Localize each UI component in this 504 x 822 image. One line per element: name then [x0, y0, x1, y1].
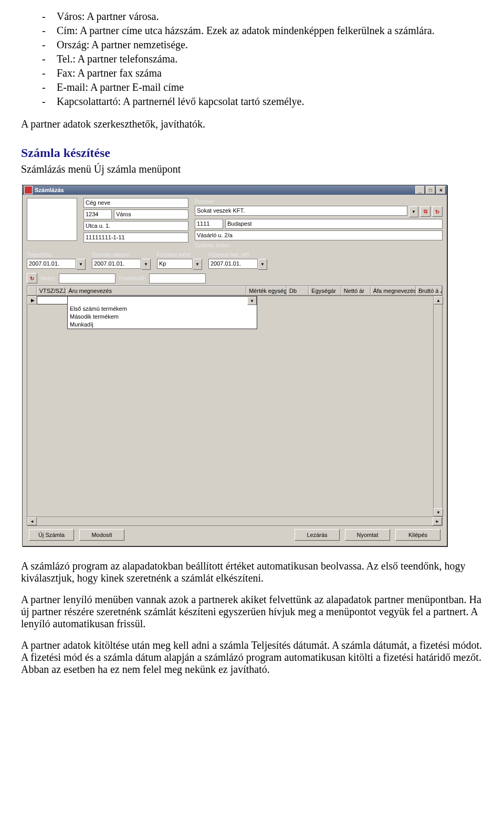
company-name-input[interactable]: Cég neve [83, 198, 188, 208]
bullet-list: -Város: A partner városa. -Cím: A partne… [42, 10, 483, 108]
grid-body[interactable]: ▶ ▼ Első számú termékem Második termékem… [27, 296, 442, 517]
list-item: Cím: A partner címe utca házszám. Ezek a… [57, 25, 435, 37]
list-item: Kapcsolattartó: A partnernél lévő kapcso… [57, 96, 304, 108]
list-item: Város: A partner városa. [57, 10, 159, 23]
grid-header-vtsz[interactable]: VTSZ/SZJ [37, 286, 66, 296]
szamla-datum-label: Számla dátum: [92, 251, 151, 258]
lezaras-button[interactable]: Lezárás [295, 529, 340, 541]
window-title: Számlázás [35, 187, 64, 193]
fizetesi-mod-select[interactable]: Kp [157, 259, 193, 269]
fizetendo-input[interactable] [149, 273, 206, 283]
scroll-up-button[interactable]: ▲ [434, 296, 443, 304]
horizontal-scrollbar[interactable]: ◄ ► [27, 517, 442, 525]
paragraph: A partner lenyíló menüben vannak azok a … [21, 594, 483, 630]
partner-name-select[interactable]: Sokat veszek KFT. [195, 206, 407, 216]
partner-refresh-icon[interactable]: ↻ [432, 206, 443, 217]
teljesites-date-input[interactable]: 2007.01.01. [27, 259, 76, 269]
scroll-right-button[interactable]: ► [433, 517, 442, 525]
close-button[interactable]: × [436, 186, 446, 194]
grid-header-megnevezes[interactable]: Áru megnevezés [66, 286, 246, 296]
vertical-scrollbar[interactable]: ▲ ▼ [433, 296, 442, 517]
list-item: E-mail: A partner E-mail címe [57, 81, 184, 93]
grid-cell-vtsz-input[interactable] [37, 296, 68, 304]
sort-asc-icon: ▲ [439, 289, 442, 294]
refresh-totals-icon[interactable]: ↻ [27, 273, 37, 283]
grid-header-netto[interactable]: Nettó ár [341, 286, 371, 296]
minimize-button[interactable]: _ [415, 186, 425, 194]
teljesites-label: Teljesítés: [27, 251, 86, 258]
current-row-indicator-icon: ▶ [27, 296, 38, 304]
app-icon [24, 186, 33, 194]
heading-szamla-keszitese: Számla készítése [21, 146, 483, 160]
invoice-number-label: Számla szám: [195, 242, 443, 248]
dropdown-item[interactable]: Munkadíj [68, 321, 257, 329]
company-address-input[interactable]: Utca u. 1. [83, 221, 188, 231]
list-item: Ország: A partner nemzetisége. [57, 39, 188, 51]
netto-input[interactable] [59, 273, 116, 283]
product-dropdown[interactable]: ▼ Első számú termékem Második termékem M… [67, 296, 257, 329]
fizetesi-hatarido-label: Fizetési hat. idő: [208, 251, 267, 258]
partner-address-input[interactable]: Vásárló u. 2/a [195, 230, 443, 240]
paragraph: A partner adatok kitöltése után meg kell… [21, 639, 483, 676]
fizetesi-mod-dropdown-button[interactable]: ▼ [193, 259, 202, 270]
logo-placeholder [27, 198, 77, 241]
paragraph: A partner adatok szerkeszthetők, javítha… [21, 118, 483, 130]
product-dropdown-button[interactable]: ▼ [247, 297, 257, 305]
scroll-left-button[interactable]: ◄ [27, 517, 37, 525]
fizetesi-hat-dropdown-button[interactable]: ▼ [258, 259, 267, 270]
list-item: Tel.: A partner telefonszáma. [57, 53, 177, 65]
fizetesi-hat-input[interactable]: 2007.01.01. [208, 259, 258, 269]
partner-dropdown-button[interactable]: ▼ [409, 206, 418, 217]
nyomtat-button[interactable]: Nyomtat [345, 529, 390, 541]
company-zip-input[interactable]: 1234 [83, 209, 112, 219]
fizetendo-label: Fizetendő: [119, 275, 145, 281]
kilepes-button[interactable]: Kilépés [395, 529, 440, 541]
maximize-button[interactable]: □ [426, 186, 435, 194]
grid-header-egysegar[interactable]: Egységár [309, 286, 341, 296]
szamla-datum-input[interactable]: 2007.01.01. [92, 259, 141, 269]
netto-label: Nettó: [40, 275, 56, 281]
dropdown-item[interactable]: Második termékem [68, 313, 257, 321]
titlebar: Számlázás _ □ × [23, 185, 447, 195]
paragraph: Számlázás menü Új számla menüpont [21, 163, 483, 175]
company-city-input[interactable]: Város [114, 209, 188, 219]
company-tax-input[interactable]: 11111111-1-11 [83, 233, 188, 243]
scroll-down-button[interactable]: ▼ [434, 508, 443, 517]
teljesites-dropdown-button[interactable]: ▼ [76, 259, 86, 270]
partner-view-icon[interactable]: ⧉ [420, 206, 430, 217]
items-grid: VTSZ/SZJ Áru megnevezés Mérték egység Db… [27, 286, 443, 526]
szamlazas-window: Számlázás _ □ × Cég neve 1234 Város [22, 185, 447, 546]
grid-row-selector-header [27, 286, 37, 296]
dropdown-item[interactable]: Első számú termékem [68, 305, 257, 313]
grid-header-brutto[interactable]: Bruttó á▲ [416, 286, 442, 296]
list-item: Fax: A partner fax száma [57, 67, 162, 79]
grid-header-afa[interactable]: Áfa megnevezés [371, 286, 416, 296]
paragraph: A számlázó program az alapadatokban beál… [21, 560, 483, 584]
grid-header-mertek[interactable]: Mérték egység [246, 286, 287, 296]
modosit-button[interactable]: Modosít [79, 529, 124, 541]
szamla-datum-dropdown-button[interactable]: ▼ [141, 259, 151, 270]
partner-zip-input[interactable]: 1111 [195, 219, 223, 229]
fizetesi-mod-label: Fizetési mód: [157, 251, 202, 258]
grid-header-db[interactable]: Db [287, 286, 309, 296]
partner-label: Partner: [195, 198, 443, 205]
uj-szamla-button[interactable]: Új Számla [29, 529, 74, 541]
partner-city-input[interactable]: Budapest [225, 219, 443, 229]
